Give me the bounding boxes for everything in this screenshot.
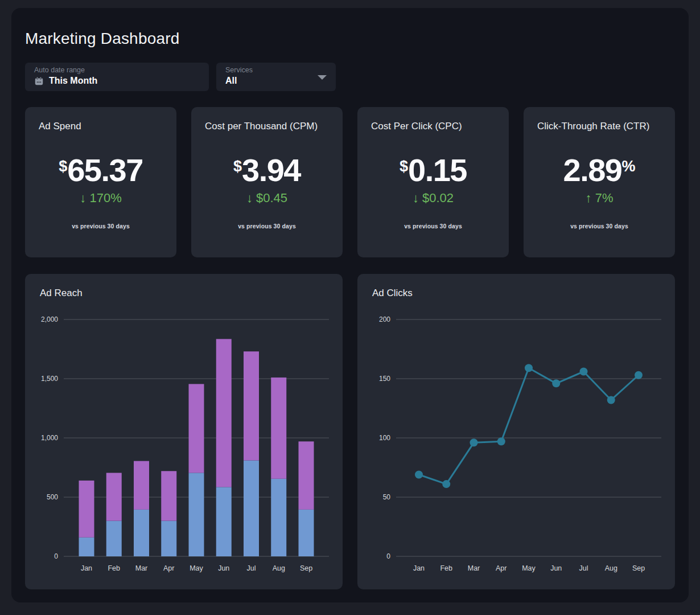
svg-text:1,500: 1,500 xyxy=(41,375,58,383)
kpi-value: 2.89% xyxy=(530,151,668,188)
svg-text:150: 150 xyxy=(379,375,390,383)
kpi-card-ad-spend: Ad Spend $65.37 ↓ 170% vs previous 30 da… xyxy=(25,107,176,257)
down-arrow-icon: ↓ xyxy=(413,191,419,205)
filter-bar: Auto date range This Month Services All xyxy=(25,63,675,91)
down-arrow-icon: ↓ xyxy=(80,191,86,205)
svg-text:Sep: Sep xyxy=(632,564,645,572)
kpi-title: Click-Through Rate (CTR) xyxy=(530,121,668,132)
down-arrow-icon: ↓ xyxy=(246,191,253,205)
svg-text:May: May xyxy=(190,564,203,572)
kpi-title: Cost per Thousand (CPM) xyxy=(198,121,336,132)
kpi-row: Ad Spend $65.37 ↓ 170% vs previous 30 da… xyxy=(25,107,675,257)
ad-reach-chart-card: Ad Reach 05001,0001,5002,000JanFebMarApr… xyxy=(25,274,343,589)
svg-text:Aug: Aug xyxy=(605,564,617,572)
svg-text:Jun: Jun xyxy=(550,564,562,572)
ad-clicks-chart-card: Ad Clicks 050100150200JanFebMarAprMayJun… xyxy=(357,274,675,589)
kpi-footnote: vs previous 30 days xyxy=(32,223,170,229)
kpi-value: $3.94 xyxy=(198,151,336,188)
dashboard-container: Marketing Dashboard Auto date range This… xyxy=(11,8,689,602)
kpi-delta: ↓ 170% xyxy=(32,191,170,206)
svg-text:May: May xyxy=(522,564,536,572)
svg-text:Jul: Jul xyxy=(247,564,256,572)
svg-text:Feb: Feb xyxy=(440,564,452,572)
kpi-footnote: vs previous 30 days xyxy=(198,223,336,229)
date-range-label: Auto date range xyxy=(34,66,201,75)
kpi-footnote: vs previous 30 days xyxy=(530,223,668,229)
kpi-card-cpm: Cost per Thousand (CPM) $3.94 ↓ $0.45 vs… xyxy=(191,107,343,257)
svg-text:0: 0 xyxy=(386,552,390,560)
page-title: Marketing Dashboard xyxy=(25,30,675,48)
svg-text:2,000: 2,000 xyxy=(41,315,58,323)
kpi-delta: ↓ $0.45 xyxy=(198,191,336,206)
date-range-value: This Month xyxy=(49,76,97,86)
svg-text:Jan: Jan xyxy=(81,564,92,572)
svg-text:Jul: Jul xyxy=(579,564,588,572)
svg-text:Jun: Jun xyxy=(218,564,229,572)
svg-text:Aug: Aug xyxy=(273,564,285,572)
date-range-filter[interactable]: Auto date range This Month xyxy=(25,63,209,91)
kpi-value: $0.15 xyxy=(364,151,502,188)
kpi-delta: ↑ 7% xyxy=(530,191,668,206)
kpi-card-ctr: Click-Through Rate (CTR) 2.89% ↑ 7% vs p… xyxy=(524,107,675,257)
kpi-card-cpc: Cost Per Click (CPC) $0.15 ↓ $0.02 vs pr… xyxy=(357,107,509,257)
svg-text:Apr: Apr xyxy=(163,564,174,572)
svg-text:Apr: Apr xyxy=(496,564,507,572)
services-filter[interactable]: Services All xyxy=(216,63,336,91)
chevron-down-icon xyxy=(318,75,327,80)
charts-row: Ad Reach 05001,0001,5002,000JanFebMarApr… xyxy=(25,274,675,589)
kpi-title: Cost Per Click (CPC) xyxy=(364,121,502,132)
svg-text:0: 0 xyxy=(54,552,58,560)
kpi-title: Ad Spend xyxy=(32,121,170,132)
services-label: Services xyxy=(225,66,328,75)
svg-text:500: 500 xyxy=(47,493,58,501)
calendar-icon xyxy=(34,76,44,86)
up-arrow-icon: ↑ xyxy=(586,191,592,205)
svg-text:200: 200 xyxy=(379,315,390,323)
svg-text:Feb: Feb xyxy=(108,564,120,572)
svg-text:1,000: 1,000 xyxy=(41,434,58,442)
kpi-footnote: vs previous 30 days xyxy=(364,223,502,229)
svg-text:100: 100 xyxy=(379,434,390,442)
svg-text:Jan: Jan xyxy=(413,564,425,572)
svg-text:Sep: Sep xyxy=(300,564,312,572)
ad-clicks-chart: 050100150200JanFebMarAprMayJunJulAugSep xyxy=(357,274,675,589)
services-value: All xyxy=(225,76,237,86)
svg-text:50: 50 xyxy=(383,493,391,501)
ad-reach-chart: 05001,0001,5002,000JanFebMarAprMayJunJul… xyxy=(25,274,343,589)
svg-text:Mar: Mar xyxy=(135,564,148,572)
kpi-value: $65.37 xyxy=(32,151,170,188)
svg-text:Mar: Mar xyxy=(468,564,480,572)
kpi-delta: ↓ $0.02 xyxy=(364,191,502,206)
